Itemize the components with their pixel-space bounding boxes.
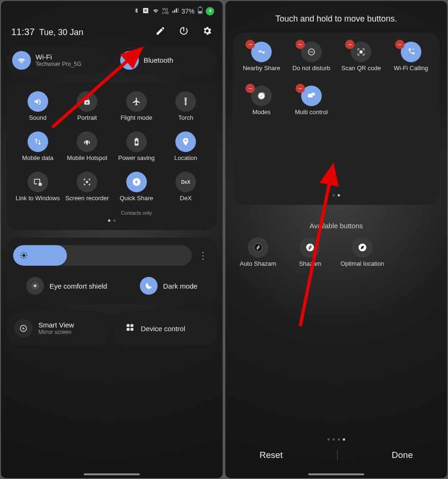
tile-location[interactable]: Location — [162, 131, 210, 169]
tile-power-saving[interactable]: Power saving — [113, 131, 160, 169]
power-icon[interactable] — [179, 26, 189, 38]
svg-point-14 — [33, 284, 36, 288]
dark-mode-toggle[interactable]: Dark mode — [140, 277, 197, 295]
reset-button[interactable]: Reset — [246, 445, 297, 465]
battery-text: 37% — [181, 7, 195, 15]
edit-page-indicator — [238, 193, 435, 200]
footer-separator — [337, 450, 338, 460]
done-button[interactable]: Done — [378, 445, 427, 465]
tile-sublabel: Contacts only — [121, 210, 152, 216]
status-bar: N Vo)LTE 37% — [1, 1, 223, 17]
svg-point-30 — [254, 244, 262, 252]
tile-label: Power saving — [118, 155, 155, 169]
svg-rect-18 — [130, 324, 133, 327]
device-control-card[interactable]: Device control — [115, 312, 217, 345]
remove-badge-icon[interactable]: − — [296, 40, 305, 49]
tile-portrait[interactable]: Portrait — [64, 91, 111, 129]
avail-tile-auto-shazam[interactable]: Auto Shazam — [233, 237, 283, 275]
sun-icon — [20, 251, 28, 260]
brightness-slider[interactable] — [13, 245, 192, 266]
time-text: 11:37 — [11, 27, 35, 37]
svg-rect-29 — [311, 93, 315, 95]
edit-tile-multi-control[interactable]: − Multi control — [288, 86, 336, 123]
bluetooth-title: Bluetooth — [144, 56, 173, 64]
available-grid: Auto Shazam Shazam Optimal location — [225, 237, 447, 275]
edit-tile-wifi-calling[interactable]: − Wi-Fi Calling — [387, 42, 435, 79]
edit-icon[interactable] — [155, 26, 166, 38]
tile-dex[interactable]: DeX DeX — [162, 172, 210, 216]
remove-badge-icon[interactable]: − — [395, 40, 405, 49]
tile-label: Link to Windows — [15, 195, 60, 209]
dark-mode-label: Dark mode — [163, 282, 197, 290]
data-arrows-icon — [28, 131, 48, 152]
svg-line-10 — [22, 253, 22, 254]
edit-tile-label: Wi-Fi Calling — [394, 65, 428, 79]
tile-label: Torch — [178, 115, 193, 129]
edit-tile-modes[interactable]: − Modes — [238, 86, 286, 123]
tile-label: Quick Share — [120, 195, 153, 209]
gesture-bar[interactable] — [84, 473, 140, 475]
device-control-icon — [125, 322, 135, 334]
remove-badge-icon[interactable]: − — [246, 84, 255, 93]
auto-shazam-icon — [248, 237, 268, 258]
date-time: 11:37 Tue, 30 Jan — [11, 27, 83, 37]
smart-view-title: Smart View — [38, 321, 74, 329]
avail-tile-label: Optimal location — [340, 261, 384, 275]
mic-indicator-icon — [206, 7, 214, 15]
svg-rect-20 — [130, 328, 133, 331]
smart-view-sub: Mirror screen — [38, 329, 74, 336]
tile-label: DeX — [180, 195, 192, 209]
tile-mobile-hotspot[interactable]: Mobile Hotspot — [64, 131, 111, 169]
flashlight-icon — [175, 91, 196, 112]
brightness-panel: ⋮ Eye comfort shield Dark mode — [7, 238, 217, 304]
tile-screen-recorder[interactable]: Screen recorder — [64, 172, 111, 216]
screen-recorder-icon — [77, 172, 97, 192]
edit-tile-label: Modes — [253, 109, 271, 123]
gesture-bar[interactable] — [308, 473, 364, 475]
sound-icon — [28, 91, 48, 112]
signal-status-icon — [172, 7, 179, 15]
edit-tile-label: Scan QR code — [341, 65, 381, 79]
svg-rect-17 — [127, 324, 130, 327]
wifi-sub: Techwiser Pro_5G — [36, 61, 81, 68]
svg-line-12 — [22, 257, 22, 258]
svg-rect-19 — [127, 328, 130, 331]
airplane-icon — [126, 91, 147, 112]
remove-badge-icon[interactable]: − — [296, 84, 305, 93]
tile-link-to-windows[interactable]: Link to Windows — [14, 172, 62, 216]
date-text: Tue, 30 Jan — [39, 28, 83, 37]
wifi-icon — [12, 51, 31, 70]
remove-badge-icon[interactable]: − — [246, 40, 255, 49]
wifi-title: Wi-Fi — [36, 53, 81, 61]
moon-icon — [140, 277, 158, 295]
settings-gear-icon[interactable] — [202, 26, 212, 38]
bluetooth-status-icon — [133, 7, 139, 15]
surfshark-icon — [352, 237, 373, 258]
edit-tile-label: Nearby Share — [243, 65, 280, 79]
edit-tiles-panel: − Nearby Share − Do not disturb − Scan Q… — [233, 32, 440, 205]
edit-tile-dnd[interactable]: − Do not disturb — [288, 42, 336, 79]
edit-tile-label: Multi control — [295, 109, 328, 123]
tile-quick-share[interactable]: Quick Share Contacts only — [113, 172, 160, 216]
eye-comfort-toggle[interactable]: Eye comfort shield — [26, 277, 107, 295]
edit-tile-scan-qr[interactable]: − Scan QR code — [337, 42, 385, 79]
bottom-page-indicator — [225, 438, 447, 441]
tile-mobile-data[interactable]: Mobile data — [14, 131, 62, 169]
page-indicator — [11, 218, 212, 225]
tile-flight-mode[interactable]: Flight mode — [113, 91, 160, 129]
bluetooth-toggle[interactable]: Bluetooth — [115, 46, 217, 74]
wifi-toggle[interactable]: Wi-Fi Techwiser Pro_5G — [7, 46, 109, 74]
avail-tile-shazam[interactable]: Shazam — [285, 237, 336, 275]
avail-tile-optimal-location[interactable]: Optimal location — [337, 237, 388, 275]
tile-torch[interactable]: Torch — [162, 91, 210, 129]
smart-view-card[interactable]: Smart View Mirror screen — [7, 312, 109, 345]
svg-line-11 — [26, 257, 27, 258]
tile-sound[interactable]: Sound — [14, 91, 62, 129]
edit-tile-nearby-share[interactable]: − Nearby Share — [238, 42, 286, 79]
svg-point-5 — [22, 254, 25, 257]
edit-title: Touch and hold to move buttons. — [225, 1, 447, 29]
svg-text:N: N — [145, 9, 147, 12]
remove-badge-icon[interactable]: − — [345, 40, 354, 49]
tile-label: Mobile Hotspot — [67, 155, 108, 169]
right-phone-screenshot: Touch and hold to move buttons. − Nearby… — [225, 1, 447, 478]
